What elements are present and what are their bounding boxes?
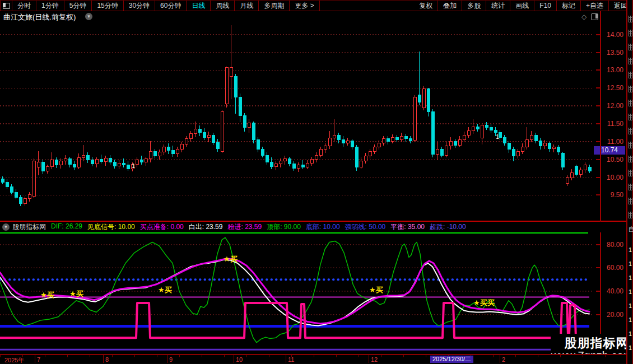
axis-divider [600, 11, 601, 354]
clipped-quote-digit: 1 [629, 288, 632, 295]
tool-button-复权[interactable]: 复权 [414, 1, 438, 11]
date-label: 2 [502, 356, 505, 363]
tool-button-F10[interactable]: F10 [534, 1, 557, 11]
field-粉进: 粉进: 23.59 [227, 222, 262, 232]
period-tab-8[interactable]: 周线 [211, 1, 235, 11]
clipped-glyph-fragment [629, 128, 632, 134]
indicator-header: ▾ 股朋指标网 DIF: 26.29见底信号: 10.00买点准备: 0.00白… [0, 222, 626, 232]
right-sidebar-sliver[interactable]: 自11111111 [626, 0, 633, 364]
window-menu-button[interactable] [0, 1, 12, 11]
clipped-quote-digit: 1 [629, 260, 632, 267]
field-强弱线: 强弱线: 50.00 [345, 222, 386, 232]
clipped-glyph-fragment [629, 58, 632, 64]
period-tab-9[interactable]: 月线 [235, 1, 259, 11]
highlighted-date-badge: 2025/12/30/二 [430, 356, 473, 363]
price-tick [596, 123, 600, 124]
collapse-icon[interactable]: ▾ [2, 223, 10, 231]
period-tab-6[interactable]: 60分钟 [155, 1, 187, 11]
svg-text:★买: ★买 [224, 255, 238, 263]
month-separator [103, 355, 104, 363]
date-label: 11 [288, 356, 294, 363]
period-tab-1[interactable]: 分时 [12, 1, 36, 11]
month-separator [500, 355, 500, 363]
period-tab-5[interactable]: 30分钟 [124, 1, 155, 11]
price-tick [596, 69, 600, 71]
field-顶部: 顶部: 90.00 [267, 222, 301, 232]
clipped-quote-digit: 1 [629, 316, 632, 323]
clipped-glyph-fragment [629, 156, 632, 162]
indicator-source-label: 股朋指标网 [12, 222, 46, 232]
tool-button-叠加[interactable]: 叠加 [438, 1, 462, 11]
clipped-glyph-fragment [629, 86, 632, 92]
clipped-quote-digit: 1 [629, 302, 632, 309]
clipped-quote-digit: 1 [629, 344, 632, 351]
indicator-tick [596, 267, 600, 268]
tool-button-+自选[interactable]: +自选 [581, 1, 609, 11]
clipped-glyph-fragment [629, 170, 632, 176]
period-tab-4[interactable]: 15分钟 [92, 1, 123, 11]
toolbar-spacer [320, 1, 415, 11]
price-tick [596, 177, 600, 178]
month-separator [167, 355, 167, 363]
field-见底信号: 见底信号: 10.00 [87, 222, 135, 232]
clipped-tab-char: 自 [629, 225, 633, 234]
trading-app-window: 分时1分钟5分钟15分钟30分钟60分钟日线周线月线多周期更多 > 复权叠加多股… [0, 0, 633, 364]
field-白出: 白出: 23.59 [189, 222, 223, 232]
diamond-icon[interactable]: ◇ [581, 13, 587, 21]
clipped-glyph-fragment [629, 30, 632, 36]
indicator-panel[interactable]: ★买★买★买★买★买★买买 [0, 234, 593, 354]
price-tick [596, 141, 600, 142]
tool-button-多股[interactable]: 多股 [462, 1, 486, 11]
split-layout-icon[interactable] [591, 13, 598, 20]
clipped-glyph-fragment [629, 114, 632, 120]
price-tick [596, 105, 600, 106]
period-tabs: 分时1分钟5分钟15分钟30分钟60分钟日线周线月线多周期更多 > [12, 1, 320, 11]
svg-text:★买: ★买 [40, 291, 54, 299]
clipped-glyph-fragment [629, 184, 632, 190]
date-label: 9 [169, 356, 173, 363]
indicator-tick [596, 314, 600, 315]
clipped-glyph-fragment [629, 72, 632, 78]
field-买点准备: 买点准备: 0.00 [140, 222, 184, 232]
period-tab-7[interactable]: 日线 [187, 1, 211, 11]
period-tab-3[interactable]: 5分钟 [64, 1, 92, 11]
period-tab-2[interactable]: 1分钟 [36, 1, 64, 11]
price-tick [596, 52, 600, 53]
svg-text:★买: ★买 [369, 286, 383, 294]
month-separator [286, 355, 286, 363]
clipped-glyph-fragment [629, 142, 632, 148]
clipped-glyph-fragment [629, 212, 632, 218]
clipped-quote-digit: 1 [629, 274, 632, 281]
tool-button-画线[interactable]: 画线 [510, 1, 534, 11]
indicator-tick [596, 244, 600, 245]
indicator-tick [596, 291, 600, 292]
svg-text:★买买: ★买买 [473, 298, 495, 307]
tool-buttons: 复权叠加多股统计画线F10标记+自选返回 [414, 1, 633, 11]
clipped-glyph-fragment [629, 198, 632, 204]
candlestick-chart[interactable]: 11 [0, 22, 593, 220]
date-label: 7 [37, 356, 40, 363]
period-tab-11[interactable]: 更多 > [290, 1, 319, 11]
indicator-values: DIF: 26.29见底信号: 10.00买点准备: 0.00白出: 23.59… [51, 222, 471, 232]
price-tick [596, 194, 600, 195]
clipped-glyph-fragment [629, 44, 632, 50]
clipped-glyph-fragment [629, 100, 632, 106]
svg-text:1: 1 [132, 162, 135, 169]
clipped-quote-digit: 1 [629, 330, 632, 337]
tool-button-统计[interactable]: 统计 [486, 1, 510, 11]
period-tab-10[interactable]: 多周期 [259, 1, 290, 11]
chevron-down-icon[interactable]: ▾ [85, 13, 92, 20]
field-超跌: 超跌: -10.00 [430, 222, 466, 232]
field-底部: 底部: 10.00 [306, 222, 340, 232]
tool-button-标记[interactable]: 标记 [557, 1, 581, 11]
field-平衡: 平衡: 35.00 [390, 222, 425, 232]
month-separator [369, 355, 369, 363]
svg-text:1: 1 [496, 133, 499, 140]
clipped-quote-digit: 1 [629, 246, 632, 253]
window-icon [3, 3, 10, 9]
date-axis[interactable]: 2025年78910111222025/12/30/二 [0, 354, 626, 363]
title-row: 曲江文旅(日线.前复权) ▾ ◇ [0, 11, 633, 22]
month-separator [35, 355, 35, 363]
date-label: 10 [236, 356, 243, 363]
stock-title: 曲江文旅(日线.前复权) [3, 12, 76, 22]
